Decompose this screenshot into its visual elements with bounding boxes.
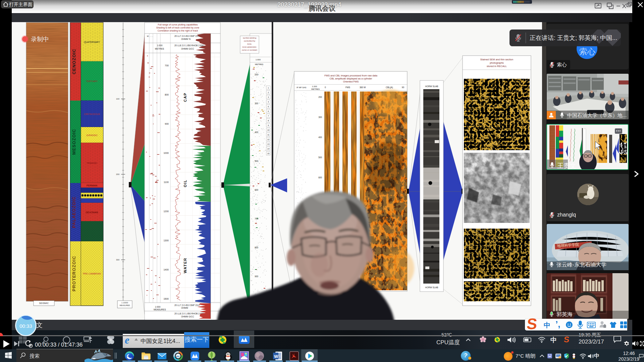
svg-text:700: 700 (165, 64, 169, 67)
svg-text:zone parameter,: zone parameter, (242, 46, 257, 48)
svg-text:1500: 1500 (163, 298, 169, 300)
svg-text:20 LL8 2.0 1.950 RHOB: 20 LL8 2.0 1.950 RHOB 2.650 (174, 312, 204, 315)
svg-text:11: 11 (267, 134, 270, 136)
svg-text:FMS and CBL images processed f: FMS and CBL images processed from raw da… (324, 74, 378, 77)
svg-text:curve or constant: curve or constant (242, 49, 257, 51)
svg-text:OIL: OIL (183, 180, 187, 187)
svg-text:PERMIAN: PERMIAN (87, 184, 97, 187)
svg-text:800: 800 (255, 246, 258, 249)
svg-text:symbol plotting: symbol plotting (243, 37, 256, 39)
svg-text:900: 900 (165, 123, 169, 125)
svg-text:20 LL7 2.0 45.0 SNP: 20 LL7 2.0 45.0 SNP 15.0 (174, 35, 200, 37)
svg-text:600: 600 (255, 189, 258, 191)
svg-text:13: 13 (267, 143, 270, 145)
svg-text:0: 0 (325, 86, 326, 88)
svg-text:15: 15 (267, 153, 270, 155)
svg-text:SEISMIC: SEISMIC (39, 302, 49, 304)
svg-text:IF MF SAS: IF MF SAS (297, 86, 306, 88)
svg-text:100: 100 (116, 98, 120, 100)
svg-text:14: 14 (267, 148, 270, 150)
svg-text:QUATERNARY: QUATERNARY (84, 41, 100, 44)
svg-text:1000: 1000 (163, 152, 169, 154)
svg-text:HORW SLAB: HORW SLAB (425, 286, 438, 289)
svg-text:PALAEOZOIC: PALAEOZOIC (71, 196, 76, 228)
svg-text:PRE-CAMBRIAN: PRE-CAMBRIAN (83, 273, 101, 275)
svg-text:200: 200 (255, 73, 258, 76)
svg-text:1100: 1100 (164, 181, 169, 183)
svg-text:300: 300 (116, 259, 120, 261)
svg-text:stored in RECALL: stored in RECALL (487, 65, 507, 68)
svg-text:MEASURES: MEASURES (154, 308, 166, 311)
svg-text:CAP: CAP (183, 93, 187, 102)
svg-text:1400: 1400 (163, 268, 169, 271)
svg-text:500: 500 (318, 156, 322, 159)
svg-text:1200: 1200 (163, 210, 169, 213)
svg-text:500: 500 (255, 160, 258, 162)
svg-text:WATER: WATER (183, 258, 187, 273)
svg-text:OHMM %: OHMM % (181, 38, 191, 40)
svg-text:1300: 1300 (163, 239, 169, 242)
svg-text:JURASSIC: JURASSIC (86, 134, 98, 136)
svg-text:1:000: 1:000 (256, 59, 261, 61)
svg-text:600: 600 (318, 176, 322, 179)
svg-text:700: 700 (255, 218, 258, 220)
svg-text:FMS: FMS (345, 86, 350, 88)
svg-text:OHMM G/CC: OHMM G/CC (181, 315, 194, 318)
svg-text:Shading to left of track contr: Shading to left of track controlled by z… (156, 26, 200, 29)
svg-text:M ... ...: M ... ... (147, 35, 153, 37)
svg-text:DEVONIAN: DEVONIAN (86, 211, 98, 214)
svg-text:CRETACEOUS: CRETACEOUS (84, 113, 100, 115)
svg-text:900: 900 (255, 275, 258, 278)
svg-text:Correlation shading to the rig: Correlation shading to the right of trac… (158, 29, 198, 32)
svg-text:200: 200 (116, 173, 120, 175)
svg-text:CBL(A): CBL(A) (386, 86, 393, 89)
svg-text:20 LL8 2.0 1.950 RHOB: 20 LL8 2.0 1.950 RHOB 2.650 (174, 44, 204, 47)
svg-text:1:10000: 1:10000 (121, 302, 128, 304)
svg-text:CENOZOIC: CENOZOIC (71, 49, 76, 74)
svg-text:controlled by: controlled by (244, 40, 255, 42)
svg-text:90: 90 (402, 86, 405, 88)
svg-text:10: 10 (267, 129, 270, 131)
svg-text:360 M: 360 M (360, 86, 366, 88)
svg-text:Oriented FMS: Oriented FMS (343, 80, 359, 83)
svg-text:300: 300 (318, 116, 322, 118)
svg-text:zone,: zone, (247, 43, 252, 45)
svg-text:MESOZOIC: MESOZOIC (71, 129, 76, 155)
svg-text:METRES: METRES (311, 88, 320, 90)
svg-text:METRES: METRES (255, 63, 263, 65)
svg-text:400: 400 (255, 131, 258, 133)
svg-text:TRIASSIC: TRIASSIC (87, 162, 97, 164)
svg-text:PROTEROZOIC: PROTEROZOIC (71, 256, 76, 291)
svg-text:20 LL7 2.0 45.0 SNP: 20 LL7 2.0 45.0 SNP 15.0 (174, 304, 200, 306)
svg-text:800: 800 (165, 94, 169, 96)
svg-text:MEASURED: MEASURED (119, 304, 130, 306)
svg-text:TERTIARY: TERTIARY (86, 80, 98, 82)
svg-text:1:000: 1:000 (157, 44, 163, 47)
svg-text:METRES: METRES (155, 48, 164, 50)
svg-text:1:000: 1:000 (155, 306, 161, 308)
svg-text:300: 300 (255, 102, 258, 105)
svg-text:Stained SEM and thin section: Stained SEM and thin section (480, 58, 513, 61)
svg-text:W: W (274, 354, 278, 359)
svg-text:OHMM: OHMM (181, 307, 188, 309)
svg-text:12: 12 (267, 138, 270, 140)
svg-text:HORW SLAB: HORW SLAB (425, 85, 438, 87)
svg-text:200: 200 (318, 96, 322, 98)
svg-text:CBL amplitude displayed as a c: CBL amplitude displayed as a cylinder (330, 77, 372, 80)
svg-text:photographs: photographs (490, 61, 504, 64)
svg-text:1:200: 1:200 (312, 85, 317, 87)
svg-text:Full range of curve plotting c: Full range of curve plotting capabilitie… (158, 23, 198, 26)
svg-text:ev: ev (176, 355, 180, 358)
svg-text:400: 400 (318, 136, 322, 138)
svg-text:OHMM G/CC: OHMM G/CC (181, 48, 194, 50)
